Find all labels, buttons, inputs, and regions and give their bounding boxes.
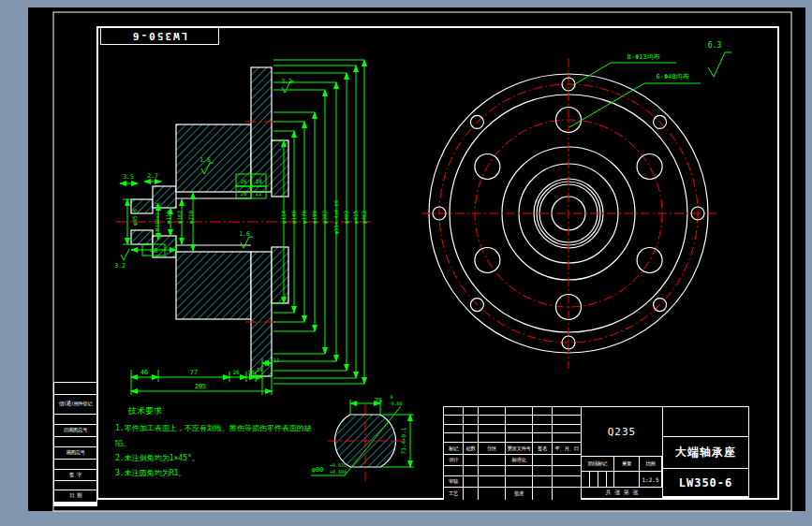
dim-label: φ140 bbox=[290, 210, 298, 224]
technical-requirements: 技术要求 1.零件加工表面上，不应有划痕、擦伤等损伤零件表面的缺 陷。 2.未注… bbox=[115, 405, 303, 481]
tb-header-zone: 分区 bbox=[479, 443, 505, 454]
dim-label: 46 bbox=[140, 369, 148, 376]
tb-approve: 批准 bbox=[506, 488, 532, 500]
dim-label: 0 bbox=[390, 394, 392, 400]
margin-row: 底图总号 bbox=[54, 447, 96, 459]
title-block-revision-table: 标记 处数 分区 更改文件号 签名 年、月、日 设计 标准化 审核 工艺 批准 bbox=[444, 407, 581, 498]
margin-row: 旧底图总号 bbox=[54, 425, 96, 436]
dim-label: φ110 bbox=[165, 210, 172, 224]
title-block-right: 大端轴承座 LW350-6 bbox=[663, 407, 748, 498]
dim-label: φ462 bbox=[361, 210, 368, 224]
tech-req-line: 1.零件加工表面上，不应有划痕、擦伤等损伤零件表面的缺 bbox=[115, 421, 303, 436]
dim-label: φ162 bbox=[176, 210, 184, 224]
material-spec: Q235 bbox=[582, 407, 662, 456]
dim-label: φ282 bbox=[321, 210, 329, 224]
dim-label: 3.2 bbox=[281, 78, 292, 85]
dim-label: 8-Φ13均布 bbox=[627, 53, 660, 61]
dim-label: 22 bbox=[255, 190, 262, 197]
dim-label: +0.004 bbox=[330, 469, 347, 475]
dim-label: 73.4+0.1 bbox=[400, 427, 406, 454]
tech-req-line: 2.未注倒角均为1×45°。 bbox=[115, 451, 303, 466]
dim-label: 3.5 bbox=[123, 173, 134, 181]
title-block-middle: Q235 阶段标记 重量 比例 1:2.5 共 张 第 张 bbox=[582, 407, 662, 498]
tb-header-count: 处数 bbox=[464, 443, 478, 454]
tb-design: 设计 bbox=[444, 455, 463, 465]
dim-label: 11 bbox=[273, 357, 280, 363]
dim-label: 40 bbox=[150, 247, 157, 255]
dim-label: 2.7 bbox=[147, 172, 158, 180]
margin-row: 签 字 bbox=[54, 470, 96, 480]
tb-process: 工艺 bbox=[444, 488, 463, 500]
dim-label: 1.6 bbox=[199, 156, 211, 164]
dim-label: -0.08 bbox=[388, 401, 402, 406]
dim-label: 1.6 bbox=[239, 230, 250, 238]
part-name: 大端轴承座 bbox=[663, 437, 748, 468]
dim-label: 26 bbox=[240, 178, 247, 184]
dim-label: φ114 bbox=[280, 210, 288, 224]
dim-label: 6-Φ40均布 bbox=[656, 73, 689, 80]
tb-header-mark: 标记 bbox=[444, 443, 463, 454]
frame-drawing-number-box: LW350-6 bbox=[100, 27, 219, 45]
tb-scale-value: 1:2.5 bbox=[640, 472, 661, 487]
margin-row: 借(通)用件登记 bbox=[54, 395, 96, 414]
dim-label: 77 bbox=[190, 369, 198, 376]
dim-label: 6.3 bbox=[708, 41, 722, 50]
dim-label: 28 bbox=[240, 190, 247, 197]
dim-label: 18 bbox=[247, 369, 255, 375]
tb-header-sign: 签名 bbox=[533, 443, 552, 454]
margin-row: 日 期 bbox=[54, 490, 96, 502]
dim-label: φ95.6 bbox=[131, 209, 139, 226]
detail-view bbox=[311, 400, 414, 481]
drawing-number: LW350-6 bbox=[663, 469, 748, 496]
dim-label: φ80 bbox=[312, 466, 324, 474]
dim-label: φ402 bbox=[343, 210, 350, 224]
dim-label: φ354.4±0.05 bbox=[333, 200, 340, 234]
tb-scale-label: 比例 bbox=[640, 457, 661, 471]
tb-header-file: 更改文件号 bbox=[506, 443, 532, 454]
dim-label: φ170 bbox=[301, 210, 308, 224]
dim-label: +0.035 bbox=[330, 462, 347, 468]
frame-drawing-number: LW350-6 bbox=[131, 30, 187, 42]
dim-label: 14 bbox=[257, 367, 263, 373]
dim-label: M110×2-6H bbox=[155, 203, 160, 231]
cad-viewport[interactable]: 3.52.71.61.63.23.2φ95.6M110×2-6Hφ110φ162… bbox=[0, 0, 812, 526]
dim-label: 3.2 bbox=[114, 262, 125, 270]
dim-label: φ190 bbox=[311, 210, 318, 224]
dim-label: φ415 bbox=[352, 210, 360, 224]
tech-req-line: 陷。 bbox=[115, 436, 303, 451]
dim-label: 26 bbox=[232, 369, 240, 375]
dim-label: φ210 bbox=[187, 210, 195, 224]
circular-view bbox=[421, 52, 731, 369]
tb-weight-label: 重量 bbox=[614, 457, 639, 471]
dim-label: 18 bbox=[255, 178, 262, 184]
tech-req-line: 3.未注圆角均为R1。 bbox=[115, 466, 303, 481]
tb-stage-label: 阶段标记 bbox=[582, 457, 613, 471]
dim-label: 205 bbox=[195, 383, 207, 390]
tb-sheet-label: 共 张 第 张 bbox=[582, 488, 662, 498]
tb-header-date: 年、月、日 bbox=[553, 443, 581, 454]
dim-label: 25 bbox=[375, 397, 382, 404]
tech-req-title: 技术要求 bbox=[128, 405, 303, 417]
margin-table: 借(通)用件登记 旧底图总号 底图总号 签 字 日 期 bbox=[53, 382, 97, 506]
tb-check: 审核 bbox=[444, 476, 463, 487]
tb-standard: 标准化 bbox=[506, 455, 532, 465]
